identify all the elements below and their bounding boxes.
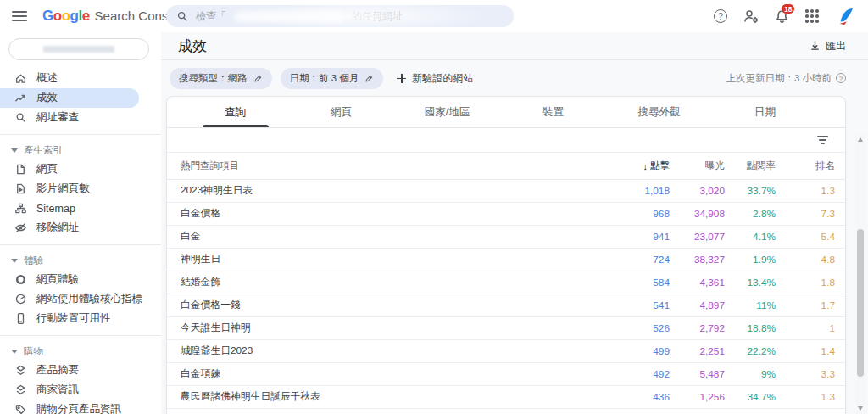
clicks-cell: 499 [593, 345, 670, 357]
account-settings-button[interactable] [743, 8, 760, 25]
tab-devices[interactable]: 裝置 [500, 97, 606, 127]
notifications-button[interactable]: 18 [773, 8, 790, 25]
sidebar-item-page-experience[interactable]: 網頁體驗 [0, 270, 161, 289]
position-cell: 1 [776, 322, 835, 334]
section-indexing[interactable]: 產生索引 [0, 142, 161, 159]
ctr-cell: 33.7% [725, 185, 776, 197]
position-cell: 5.4 [776, 231, 835, 243]
sidebar-item-merchant-listings[interactable]: 商家資訊 [0, 380, 161, 400]
sidebar-item-removals[interactable]: 移除網址 [0, 218, 161, 238]
section-shopping[interactable]: 購物 [0, 343, 161, 361]
new-filter-label: 新驗證的網站 [412, 71, 473, 86]
sidebar-item-core-web-vitals[interactable]: 網站使用體驗核心指標 [0, 289, 161, 309]
plus-icon [397, 74, 406, 83]
page-icon [14, 163, 27, 176]
table-row[interactable]: 白金 941 23,077 4.1% 5.4 [167, 226, 845, 249]
tab-queries[interactable]: 查詢 [182, 97, 288, 127]
sidebar-item-label: 影片網頁數 [36, 182, 90, 196]
sidebar-item-product-snippets[interactable]: 產品摘要 [0, 361, 161, 380]
scroll-up-icon[interactable] [858, 137, 863, 142]
google-apps-button[interactable] [804, 8, 821, 25]
notification-badge: 18 [781, 3, 795, 14]
help-button[interactable]: ? [712, 8, 729, 25]
layers-icon [14, 383, 27, 396]
column-header-query[interactable]: 熱門查詢項目 [181, 159, 593, 172]
info-icon[interactable]: ? [836, 73, 846, 83]
query-cell: 白金項鍊 [181, 367, 593, 381]
sidebar-item-label: 概述 [36, 71, 58, 86]
url-inspection-search-input[interactable]: 檢查「 的任何網址 [166, 5, 514, 27]
sidebar-item-label: 網址審查 [36, 110, 79, 125]
divider [0, 244, 161, 245]
menu-icon[interactable] [12, 11, 27, 21]
impressions-cell: 3,020 [670, 185, 725, 197]
sidebar-item-sitemaps[interactable]: Sitemap [0, 199, 161, 218]
section-experience[interactable]: 體驗 [0, 252, 161, 270]
clicks-cell: 1,018 [593, 185, 670, 197]
layers-icon [14, 364, 27, 377]
scrollbar-thumb[interactable] [857, 229, 864, 377]
section-title: 體驗 [24, 255, 43, 267]
query-cell: 城隍爺生日2023 [181, 344, 593, 358]
table-row[interactable]: 白金項鍊 492 5,487 9% 3.3 [167, 363, 845, 386]
avatar[interactable] [834, 5, 856, 27]
performance-chart-icon [14, 92, 27, 104]
property-selector[interactable] [8, 38, 149, 60]
home-icon [14, 72, 27, 85]
table-row[interactable]: 結婚金飾 584 4,361 13.4% 1.8 [167, 271, 845, 294]
query-cell: 2023神明生日表 [181, 184, 593, 198]
position-cell: 4.8 [776, 254, 835, 266]
tab-search-appearance[interactable]: 搜尋外觀 [606, 97, 712, 127]
sidebar-item-mobile-usability[interactable]: 行動裝置可用性 [0, 309, 161, 328]
sort-desc-icon: ↓ [643, 161, 648, 171]
vertical-scrollbar[interactable] [855, 134, 865, 414]
table-row[interactable]: 今天誰生日神明 526 2,792 18.8% 1 [167, 317, 845, 340]
column-header-clicks[interactable]: ↓點擊 [593, 159, 670, 172]
tab-pages[interactable]: 網頁 [288, 97, 394, 127]
divider [0, 134, 161, 135]
sidebar-item-overview[interactable]: 概述 [0, 69, 161, 88]
sidebar-item-pages[interactable]: 網頁 [0, 159, 161, 179]
redacted-property-name [43, 46, 114, 53]
sidebar-item-label: Sitemap [36, 203, 75, 215]
position-cell: 1.3 [776, 391, 835, 403]
ctr-cell: 2.8% [725, 208, 776, 220]
table-row[interactable]: 神明生日 724 38,327 1.9% 4.8 [167, 249, 845, 271]
divider [0, 335, 161, 336]
export-button[interactable]: 匯出 [810, 39, 846, 53]
filter-rows-icon[interactable] [817, 136, 828, 144]
date-filter-chip[interactable]: 日期：前 3 個月 [281, 68, 384, 89]
new-filter-button[interactable]: 新驗證的網站 [397, 71, 473, 86]
sidebar-item-video-pages[interactable]: 影片網頁數 [0, 179, 161, 199]
video-page-icon [14, 182, 27, 195]
table-row[interactable]: 2023神明生日表 1,018 3,020 33.7% 1.3 [167, 180, 845, 203]
tab-countries[interactable]: 國家/地區 [394, 97, 500, 127]
help-icon: ? [714, 9, 727, 23]
table-row[interactable]: 農民曆諸佛神明生日誕辰千秋表 436 1,256 34.7% 1.3 [167, 386, 845, 409]
column-header-ctr[interactable]: 點閱率 [725, 159, 776, 172]
sitemap-icon [14, 202, 27, 215]
sidebar-item-label: 網站使用體驗核心指標 [36, 292, 142, 306]
column-header-impressions[interactable]: 曝光 [670, 159, 725, 172]
scroll-down-icon[interactable] [858, 406, 863, 411]
sidebar-item-label: 產品摘要 [36, 363, 79, 378]
table-header: 熱門查詢項目 ↓點擊 曝光 點閱率 排名 [167, 153, 845, 180]
sidebar-item-url-inspection[interactable]: 網址審查 [0, 108, 161, 127]
search-type-filter-chip[interactable]: 搜尋類型：網路 [170, 68, 272, 89]
ctr-cell: 18.8% [725, 322, 776, 334]
tab-dates[interactable]: 日期 [712, 97, 818, 127]
section-title: 購物 [24, 345, 43, 358]
position-cell: 1.7 [776, 299, 835, 311]
impressions-cell: 5,487 [670, 368, 725, 380]
app-logo[interactable]: Google Search Console [42, 8, 185, 25]
chip-label: 日期：前 3 個月 [290, 72, 359, 85]
sidebar-item-label: 商家資訊 [36, 383, 79, 397]
column-header-position[interactable]: 排名 [776, 159, 835, 172]
pencil-icon [364, 74, 374, 83]
table-row[interactable]: 白金價格 968 34,908 2.8% 7.3 [167, 203, 845, 226]
table-row[interactable]: 白金價格一錢 541 4,897 11% 1.7 [167, 294, 845, 317]
sidebar-item-performance[interactable]: 成效 [0, 88, 139, 108]
sidebar-item-shopping-tab-listings[interactable]: 購物分頁產品資訊 [0, 400, 161, 414]
magnifier-icon [14, 111, 27, 124]
table-row[interactable]: 城隍爺生日2023 499 2,251 22.2% 1.4 [167, 340, 845, 363]
